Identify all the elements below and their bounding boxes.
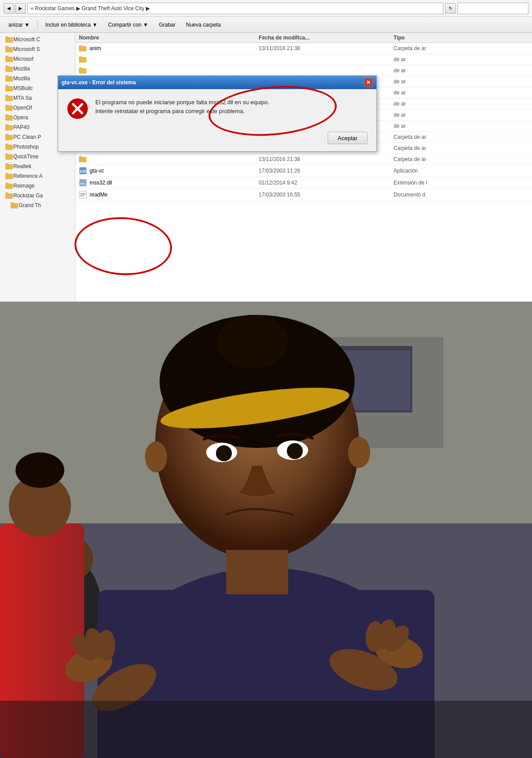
folder-icon: [5, 104, 13, 111]
svg-point-83: [145, 441, 167, 472]
list-item[interactable]: EXE gta-vc 17/03/2003 11:26 Aplicación: [75, 165, 532, 177]
dialog-close-button[interactable]: ✕: [364, 78, 373, 87]
forward-button[interactable]: ▶: [15, 3, 26, 14]
svg-rect-1: [5, 36, 8, 38]
txt-icon: [79, 191, 87, 199]
svg-rect-5: [5, 56, 8, 57]
folder-icon: [11, 202, 19, 209]
svg-rect-24: [5, 154, 13, 160]
search-input[interactable]: [458, 3, 528, 14]
sidebar-item-reimage[interactable]: Reimage: [0, 181, 75, 191]
refresh-button[interactable]: ↻: [445, 3, 456, 14]
svg-point-81: [217, 315, 288, 368]
sidebar-item-microsoft-s[interactable]: Microsoft S: [0, 44, 75, 54]
svg-rect-28: [5, 174, 13, 179]
sidebar-item-quicktime[interactable]: QuickTime: [0, 152, 75, 161]
sidebar-item-rockstar[interactable]: Rockstar Ga: [0, 191, 75, 200]
svg-rect-34: [11, 203, 18, 208]
svg-rect-19: [5, 124, 8, 126]
folder-icon: [79, 56, 87, 63]
svg-point-84: [348, 437, 370, 468]
list-item[interactable]: anim 13/11/2016 21:38 Carpeta de ar: [75, 43, 532, 54]
svg-rect-20: [5, 135, 13, 140]
svg-rect-39: [79, 56, 82, 58]
svg-rect-38: [79, 57, 86, 63]
svg-rect-3: [5, 46, 8, 47]
folder-icon: [5, 134, 13, 141]
list-item[interactable]: DLL mss32.dll 01/12/2014 9:42 Extensión …: [75, 177, 532, 189]
folder-icon: [79, 45, 87, 52]
sidebar-item-realtek[interactable]: Realtek: [0, 161, 75, 171]
folder-icon: [5, 143, 13, 150]
svg-rect-57: [79, 156, 82, 157]
organize-button[interactable]: anizar ▼: [4, 20, 35, 30]
folder-icon: [5, 153, 13, 160]
header-date[interactable]: Fecha de modifica...: [259, 35, 394, 41]
svg-rect-23: [5, 144, 8, 145]
sidebar-item-grand-theft[interactable]: Grand Th: [0, 200, 75, 210]
svg-rect-8: [5, 76, 13, 82]
svg-rect-2: [5, 47, 13, 52]
folder-icon: [5, 182, 13, 189]
svg-rect-21: [5, 134, 8, 135]
sidebar-item-mozilla1[interactable]: Mozilla: [0, 64, 75, 74]
header-type[interactable]: Tipo: [394, 35, 528, 41]
svg-point-88: [216, 445, 232, 461]
svg-rect-11: [5, 85, 8, 86]
include-library-button[interactable]: Incluir en biblioteca ▼: [40, 20, 102, 30]
svg-rect-16: [5, 115, 13, 121]
svg-rect-37: [79, 45, 82, 47]
address-bar: ◀ ▶ « Rockstar Games ▶ Grand Theft Auto …: [0, 0, 532, 17]
svg-rect-0: [5, 37, 13, 43]
svg-rect-41: [79, 67, 82, 69]
ok-button[interactable]: Aceptar: [328, 132, 368, 144]
sidebar: Microsoft C Microsoft S Microsof: [0, 33, 75, 302]
svg-rect-40: [79, 68, 86, 74]
list-item[interactable]: de ar: [75, 54, 532, 65]
folder-icon: [79, 67, 87, 74]
svg-rect-12: [5, 96, 13, 101]
address-path[interactable]: « Rockstar Games ▶ Grand Theft Auto Vice…: [27, 3, 443, 14]
folder-icon: [5, 75, 13, 82]
nav-buttons: ◀ ▶: [4, 3, 26, 14]
svg-text:DLL: DLL: [80, 182, 86, 185]
folder-icon: [5, 163, 13, 170]
svg-rect-17: [5, 114, 8, 116]
list-item[interactable]: 13/11/2016 21:38 Carpeta de ar: [75, 154, 532, 165]
file-list-header: Nombre Fecha de modifica... Tipo: [75, 33, 532, 43]
folder-icon: [5, 94, 13, 102]
main-content: Microsoft C Microsoft S Microsof: [0, 33, 532, 302]
folder-icon: [5, 85, 13, 92]
error-dialog: gta-vc.exe - Error del sistema ✕ El prog…: [58, 75, 377, 152]
dialog-title: gta-vc.exe - Error del sistema: [62, 79, 136, 86]
svg-rect-85: [226, 550, 288, 594]
svg-point-89: [287, 443, 303, 459]
list-item[interactable]: readMe 17/03/2003 16:55 Documento d: [75, 189, 532, 201]
folder-icon: [5, 124, 13, 131]
svg-rect-25: [5, 153, 8, 155]
folder-icon: [5, 114, 13, 121]
back-button[interactable]: ◀: [4, 3, 14, 14]
folder-icon: [5, 36, 13, 43]
sidebar-item-microsoft-c[interactable]: Microsoft C: [0, 35, 75, 44]
photo-area: [0, 302, 532, 758]
dialog-message: El programa no puede iniciarse porque fa…: [95, 98, 368, 115]
dialog-body: El programa no puede iniciarse porque fa…: [58, 89, 376, 128]
sidebar-item-reference[interactable]: Reference A: [0, 171, 75, 181]
svg-rect-4: [5, 57, 13, 62]
new-folder-button[interactable]: Nueva carpeta: [181, 20, 226, 30]
svg-rect-14: [5, 106, 13, 111]
breadcrumb: « Rockstar Games ▶ Grand Theft Auto Vice…: [31, 5, 150, 12]
svg-rect-7: [5, 66, 8, 67]
svg-rect-18: [5, 125, 13, 130]
svg-rect-29: [5, 173, 8, 174]
svg-rect-35: [11, 202, 14, 204]
list-item[interactable]: de ar: [75, 65, 532, 76]
header-name[interactable]: Nombre: [79, 35, 259, 41]
share-with-button[interactable]: Compartir con ▼: [103, 20, 153, 30]
sidebar-item-microsof[interactable]: Microsof: [0, 54, 75, 64]
burn-button[interactable]: Grabar: [154, 20, 180, 30]
svg-rect-36: [79, 46, 86, 51]
error-icon: [67, 98, 88, 119]
svg-rect-6: [5, 67, 13, 72]
